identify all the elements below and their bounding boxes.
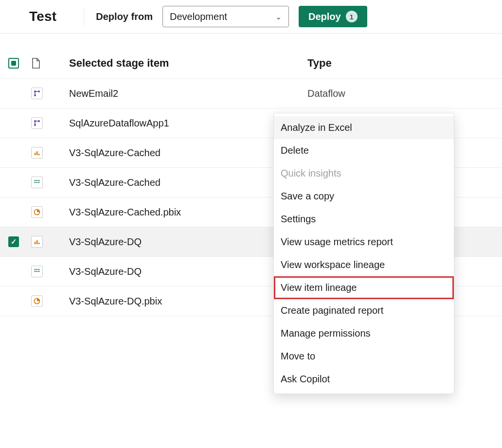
svg-point-24 bbox=[38, 271, 40, 272]
report-icon bbox=[31, 236, 43, 248]
stage-toolbar: Test Deploy from Development ⌄ Deploy 1 bbox=[0, 0, 502, 34]
svg-point-9 bbox=[35, 180, 36, 181]
item-type: Dataflow bbox=[307, 88, 502, 99]
svg-point-13 bbox=[36, 182, 38, 183]
item-name: V3-SqlAzure-DQ bbox=[62, 266, 307, 277]
dashboard-icon bbox=[31, 266, 43, 277]
svg-point-19 bbox=[35, 269, 36, 270]
svg-point-23 bbox=[36, 271, 38, 272]
menu-item-view-usage-metrics-report[interactable]: View usage metrics report bbox=[274, 231, 454, 253]
source-stage-value: Development bbox=[170, 11, 227, 22]
menu-item-manage-permissions[interactable]: Manage permissions bbox=[274, 322, 454, 345]
svg-point-2 bbox=[34, 94, 36, 96]
svg-point-5 bbox=[34, 124, 36, 126]
item-name: V3-SqlAzure-Cached bbox=[62, 177, 307, 188]
deploy-count-badge: 1 bbox=[346, 11, 358, 22]
item-name: V3-SqlAzure-DQ.pbix bbox=[62, 296, 307, 307]
item-name: V3-SqlAzure-DQ bbox=[62, 236, 307, 248]
menu-item-view-workspace-lineage[interactable]: View workspace lineage bbox=[274, 253, 454, 276]
item-context-menu: Analyze in ExcelDeleteQuick insightsSave… bbox=[273, 113, 454, 394]
column-type-header: Type bbox=[307, 57, 502, 70]
svg-point-14 bbox=[38, 182, 40, 183]
menu-item-save-a-copy[interactable]: Save a copy bbox=[274, 185, 454, 208]
item-name: NewEmail2 bbox=[62, 88, 307, 99]
dataset-icon bbox=[31, 295, 43, 307]
menu-item-analyze-in-excel[interactable]: Analyze in Excel bbox=[274, 116, 454, 139]
deploy-button[interactable]: Deploy 1 bbox=[299, 6, 367, 27]
stage-title: Test bbox=[29, 9, 56, 24]
svg-rect-18 bbox=[38, 243, 40, 244]
svg-point-12 bbox=[35, 182, 36, 183]
deploy-from-label: Deploy from bbox=[96, 11, 153, 22]
menu-item-settings[interactable]: Settings bbox=[274, 208, 454, 231]
svg-point-21 bbox=[38, 269, 40, 270]
item-name: V3-SqlAzure-Cached bbox=[62, 147, 307, 159]
file-icon bbox=[31, 57, 41, 69]
svg-point-0 bbox=[34, 90, 36, 92]
dashboard-icon bbox=[31, 177, 43, 188]
dataset-icon bbox=[31, 206, 43, 218]
report-icon bbox=[31, 147, 43, 159]
menu-item-quick-insights: Quick insights bbox=[274, 162, 454, 185]
menu-item-view-item-lineage[interactable]: View item lineage bbox=[274, 276, 454, 299]
svg-point-22 bbox=[35, 271, 36, 272]
chevron-down-icon: ⌄ bbox=[275, 12, 282, 21]
toolbar-separator bbox=[84, 8, 84, 25]
dataflow-icon bbox=[31, 117, 43, 129]
svg-point-10 bbox=[36, 180, 38, 181]
svg-point-20 bbox=[36, 269, 38, 270]
menu-item-ask-copilot[interactable]: Ask Copilot bbox=[274, 368, 454, 391]
svg-rect-7 bbox=[36, 151, 38, 155]
column-name-header: Selected stage item bbox=[62, 57, 307, 70]
row-checkbox[interactable] bbox=[8, 236, 19, 247]
svg-rect-6 bbox=[35, 153, 36, 155]
deploy-button-label: Deploy bbox=[308, 11, 341, 22]
dataflow-icon bbox=[31, 88, 43, 99]
table-header: Selected stage item Type bbox=[0, 34, 502, 79]
item-name: V3-SqlAzure-Cached.pbix bbox=[62, 207, 307, 218]
svg-point-4 bbox=[38, 120, 40, 122]
item-name: SqlAzureDataflowApp1 bbox=[62, 118, 307, 129]
svg-point-3 bbox=[34, 120, 36, 122]
select-all-checkbox[interactable] bbox=[8, 58, 19, 69]
table-row[interactable]: NewEmail2Dataflow bbox=[0, 79, 502, 108]
svg-point-11 bbox=[38, 180, 40, 181]
menu-item-move-to[interactable]: Move to bbox=[274, 345, 454, 368]
svg-rect-16 bbox=[35, 242, 36, 244]
source-stage-select[interactable]: Development ⌄ bbox=[162, 6, 289, 27]
svg-rect-17 bbox=[36, 240, 38, 244]
menu-item-delete[interactable]: Delete bbox=[274, 139, 454, 162]
svg-point-1 bbox=[38, 90, 40, 92]
menu-item-create-paginated-report[interactable]: Create paginated report bbox=[274, 299, 454, 322]
svg-rect-8 bbox=[38, 154, 40, 155]
